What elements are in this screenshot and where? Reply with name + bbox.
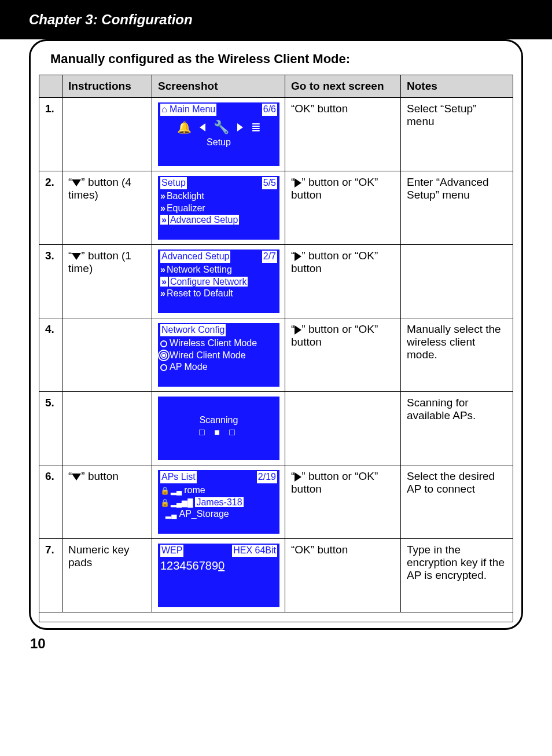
- screenshot-cell: Scanning□ ■ □: [152, 392, 285, 465]
- notes-cell: Select the desired AP to connect: [401, 465, 513, 539]
- col-header-number: [39, 75, 62, 98]
- instruction-cell: “” button: [62, 465, 152, 539]
- notes-cell: Select “Setup” menu: [401, 98, 513, 171]
- instruction-cell: [62, 318, 152, 392]
- right-arrow-icon: [295, 472, 301, 482]
- device-screenshot: ⌂ Main Menu6/6 🔔🔧≣ Setup: [158, 102, 279, 166]
- screenshot-cell: Setup5/5»Backlight»Equalizer»Advanced Se…: [152, 171, 285, 245]
- content-frame: Manually configured as the Wireless Clie…: [29, 39, 523, 630]
- step-number: 4.: [39, 318, 62, 392]
- instruction-cell: “” button (1 time): [62, 245, 152, 318]
- table-row: 6. “” button APs List2/19🔒▂▄rome🔒▂▄▆█Jam…: [39, 465, 513, 539]
- device-screenshot: Advanced Setup2/7»Network Setting»Config…: [158, 249, 279, 313]
- notes-cell: Scanning for available APs.: [401, 392, 513, 465]
- down-arrow-icon: [72, 474, 81, 480]
- down-arrow-icon: [72, 179, 81, 186]
- go-next-cell: “OK” button: [285, 98, 401, 171]
- go-next-cell: [285, 392, 401, 465]
- step-number: 1.: [39, 98, 62, 171]
- table-row: 3. “” button (1 time) Advanced Setup2/7»…: [39, 245, 513, 318]
- go-next-cell: “” button or “OK” button: [285, 465, 401, 539]
- instruction-cell: “” button (4 times): [62, 171, 152, 245]
- notes-cell: Enter “Advanced Setup” menu: [401, 171, 513, 245]
- col-header-go-next: Go to next screen: [285, 75, 401, 98]
- right-arrow-icon: [295, 325, 301, 335]
- device-screenshot: Network ConfigWireless Client ModeWired …: [158, 323, 279, 387]
- screenshot-cell: WEPHEX 64Bit 1234567890: [152, 539, 285, 612]
- device-screenshot: Scanning□ ■ □: [158, 397, 279, 460]
- step-number: 5.: [39, 392, 62, 465]
- step-number: 2.: [39, 171, 62, 245]
- step-number: 3.: [39, 245, 62, 318]
- table-row: 1. ⌂ Main Menu6/6 🔔🔧≣ Setup “OK” button …: [39, 98, 513, 171]
- page-number: 10: [30, 636, 523, 652]
- instruction-cell: [62, 392, 152, 465]
- col-header-screenshot: Screenshot: [152, 75, 285, 98]
- notes-cell: Type in the encryption key if the AP is …: [401, 539, 513, 612]
- table-row: 5. Scanning□ ■ □ Scanning for available …: [39, 392, 513, 465]
- screenshot-cell: APs List2/19🔒▂▄rome🔒▂▄▆█James-318 ▂▄AP_S…: [152, 465, 285, 539]
- table-row: 2. “” button (4 times) Setup5/5»Backligh…: [39, 171, 513, 245]
- notes-cell: Manually select the wireless client mode…: [401, 318, 513, 392]
- go-next-cell: “OK” button: [285, 539, 401, 612]
- instruction-cell: [62, 98, 152, 171]
- device-screenshot: WEPHEX 64Bit 1234567890: [158, 544, 279, 607]
- instruction-cell: Numeric key pads: [62, 539, 152, 612]
- step-number: 6.: [39, 465, 62, 539]
- device-screenshot: APs List2/19🔒▂▄rome🔒▂▄▆█James-318 ▂▄AP_S…: [158, 470, 279, 534]
- screenshot-cell: ⌂ Main Menu6/6 🔔🔧≣ Setup: [152, 98, 285, 171]
- col-header-instructions: Instructions: [62, 75, 152, 98]
- col-header-notes: Notes: [401, 75, 513, 98]
- screenshot-cell: Network ConfigWireless Client ModeWired …: [152, 318, 285, 392]
- right-arrow-icon: [295, 252, 301, 261]
- go-next-cell: “” button or “OK” button: [285, 318, 401, 392]
- notes-cell: [401, 245, 513, 318]
- instruction-table: Instructions Screenshot Go to next scree…: [39, 75, 513, 622]
- step-number: 7.: [39, 539, 62, 612]
- right-arrow-icon: [295, 178, 301, 188]
- page-body: Manually configured as the Wireless Clie…: [0, 39, 552, 663]
- down-arrow-icon: [72, 253, 81, 260]
- go-next-cell: “” button or “OK” button: [285, 245, 401, 318]
- device-screenshot: Setup5/5»Backlight»Equalizer»Advanced Se…: [158, 176, 279, 240]
- go-next-cell: “” button or “OK” button: [285, 171, 401, 245]
- table-row: 7. Numeric key pads WEPHEX 64Bit 1234567…: [39, 539, 513, 612]
- section-title: Manually configured as the Wireless Clie…: [39, 52, 513, 75]
- screenshot-cell: Advanced Setup2/7»Network Setting»Config…: [152, 245, 285, 318]
- table-row: 4. Network ConfigWireless Client ModeWir…: [39, 318, 513, 392]
